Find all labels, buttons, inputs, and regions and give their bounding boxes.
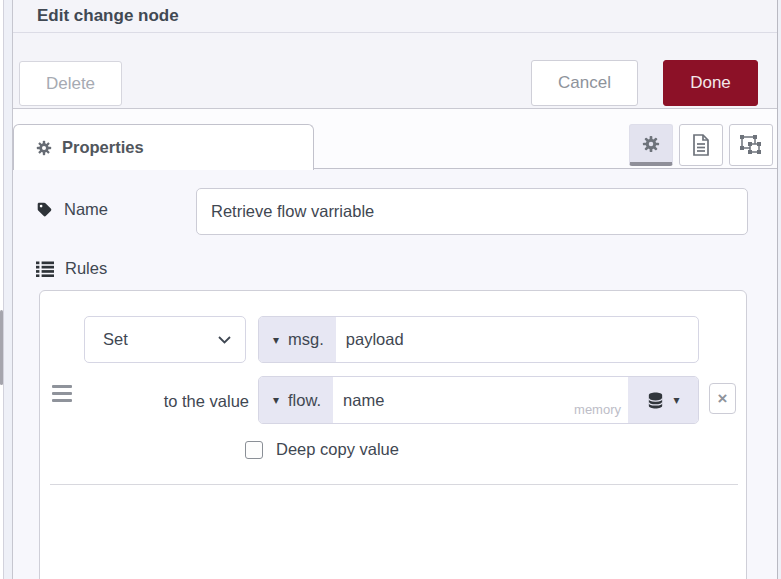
rule-value-typed-input: ▾ flow. name memory [258,376,699,424]
store-select-button[interactable]: ▾ [628,377,698,423]
dialog-toolbar: Delete Cancel Done [13,33,777,109]
name-input[interactable] [196,188,748,235]
rules-row-label: Rules [36,259,107,278]
database-icon [646,391,665,410]
tag-icon [36,201,53,218]
rule-property-value: payload [346,330,404,349]
drag-handle-bar [52,385,72,388]
done-button-label: Done [690,73,731,93]
caret-down-icon: ▾ [273,334,279,346]
tab-properties[interactable]: Properties [13,124,314,170]
appearance-icon [739,134,763,156]
rule-property-typed-input: ▾ msg. payload [258,316,699,363]
deep-copy-row: Deep copy value [245,440,399,459]
list-icon [36,261,54,277]
tab-icon-appearance[interactable] [729,124,773,166]
tab-icon-properties[interactable] [629,124,673,166]
rule-value-input[interactable]: name memory [333,377,628,423]
tab-properties-label: Properties [62,138,144,157]
screen: Edit change node Delete Cancel Done [0,0,781,579]
rule-action-select[interactable]: Set [84,316,246,363]
drag-handle-bar [52,392,72,395]
caret-down-icon: ▾ [273,394,279,406]
properties-form: Name Rules Set [13,169,777,579]
close-icon: × [718,389,728,409]
remove-rule-button[interactable]: × [709,383,736,414]
workspace-strip [4,0,12,579]
rule-property-input[interactable]: payload [336,317,698,362]
rules-label: Rules [65,259,107,278]
to-value-label: to the value [100,392,249,411]
rule-divider [50,484,738,485]
chevron-down-icon [218,336,231,344]
done-button[interactable]: Done [663,60,758,106]
edit-node-dialog: Edit change node Delete Cancel Done [12,0,778,579]
name-row-label: Name [36,200,108,219]
cancel-button[interactable]: Cancel [531,60,638,106]
name-label: Name [64,200,108,219]
delete-button-label: Delete [46,74,95,94]
cancel-button-label: Cancel [558,73,611,93]
document-icon [691,133,711,157]
dialog-title: Edit change node [37,6,179,26]
tab-bar: Properties [13,109,777,169]
scrollbar-thumb[interactable] [0,310,3,385]
rule-property-type: msg. [288,330,324,349]
tab-icon-description[interactable] [679,124,723,166]
rule-drag-handle[interactable] [52,385,72,406]
rule-property-type-button[interactable]: ▾ msg. [259,317,336,362]
rules-container: Set ▾ msg. payload [39,290,747,579]
delete-button[interactable]: Delete [19,61,122,106]
store-hint: memory [574,402,621,417]
dialog-header: Edit change node [13,0,777,33]
rule-value-type: flow. [288,391,321,410]
rule-value-value: name [343,391,384,410]
gear-icon [36,140,52,156]
rule-action-value: Set [103,330,128,349]
deep-copy-label: Deep copy value [276,440,399,459]
drag-handle-bar [52,399,72,402]
gear-icon [642,135,660,153]
deep-copy-checkbox[interactable] [245,441,263,459]
caret-down-icon: ▾ [673,394,679,406]
rule-value-type-button[interactable]: ▾ flow. [259,377,333,423]
